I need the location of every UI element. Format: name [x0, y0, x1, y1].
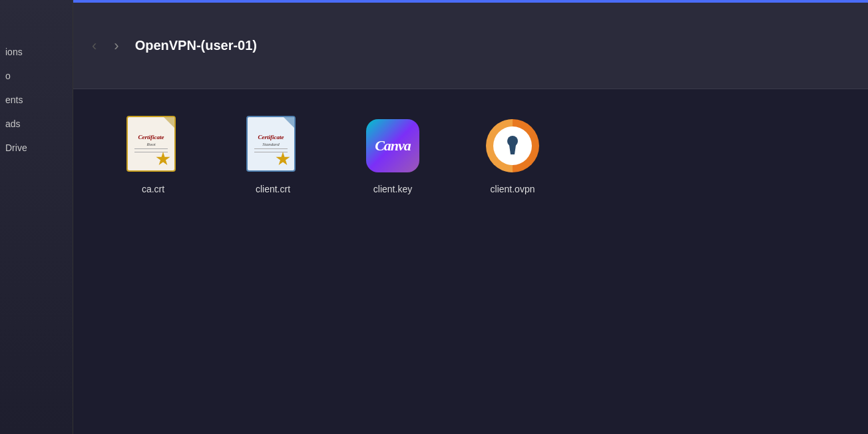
cert-line-3 — [254, 148, 288, 149]
client-ovpn-label: client.ovpn — [491, 184, 535, 194]
back-button[interactable]: ‹ — [87, 35, 102, 57]
keyhole-stem — [509, 145, 516, 154]
client-crt-label: client.crt — [256, 184, 290, 194]
file-item-ca-crt[interactable]: Certificate Root ca.crt — [113, 116, 193, 194]
seal-star-ca — [156, 152, 170, 166]
folder-title: OpenVPN-(user-01) — [135, 38, 257, 53]
cert-fold-blue — [284, 117, 294, 128]
keyhole-circle — [507, 136, 518, 146]
file-item-client-key[interactable]: Canva client.key — [353, 116, 433, 194]
openvpn-ring — [486, 119, 539, 172]
client-key-icon: Canva — [363, 116, 423, 176]
sidebar-item-home[interactable]: o — [0, 64, 73, 88]
canva-text: Canva — [375, 137, 411, 154]
sidebar-item-downloads[interactable]: ads — [0, 112, 73, 136]
cert-subtitle-ca: Root — [146, 142, 155, 147]
cert-seal-client — [276, 152, 290, 166]
canva-app-icon: Canva — [366, 119, 419, 172]
cert-blue-wrapper: Certificate Standard — [246, 116, 300, 176]
client-crt-icon: Certificate Standard — [243, 116, 303, 176]
sidebar: ions o ents ads Drive — [0, 0, 73, 434]
keyhole-icon — [505, 136, 520, 156]
cert-title-client: Certificate — [258, 134, 284, 140]
cert-line-1 — [134, 148, 168, 149]
cert-subtitle-client: Standard — [262, 142, 279, 147]
file-item-client-ovpn[interactable]: client.ovpn — [473, 116, 552, 194]
main-area: ‹ › OpenVPN-(user-01) Certificate Root — [73, 0, 868, 434]
cert-paper-gold: Certificate Root — [126, 116, 176, 172]
ca-crt-label: ca.crt — [142, 184, 164, 194]
sidebar-item-drive[interactable]: Drive — [0, 136, 73, 160]
seal-star-client — [276, 152, 290, 166]
sidebar-item-applications[interactable]: ions — [0, 40, 73, 64]
file-grid: Certificate Root ca.crt — [73, 89, 868, 434]
cert-fold-gold — [164, 117, 174, 128]
client-key-label: client.key — [373, 184, 412, 194]
client-ovpn-icon — [483, 116, 542, 176]
ca-crt-icon: Certificate Root — [123, 116, 183, 176]
cert-title-ca: Certificate — [138, 134, 164, 140]
cert-gold-icon: Certificate Root — [126, 116, 180, 176]
forward-button[interactable]: › — [108, 35, 124, 57]
cert-seal-ca — [156, 152, 170, 166]
sidebar-item-documents[interactable]: ents — [0, 88, 73, 112]
titlebar: ‹ › OpenVPN-(user-01) — [73, 3, 868, 89]
openvpn-inner — [493, 126, 532, 165]
cert-paper-blue: Certificate Standard — [246, 116, 296, 172]
file-item-client-crt[interactable]: Certificate Standard client.crt — [233, 116, 313, 194]
